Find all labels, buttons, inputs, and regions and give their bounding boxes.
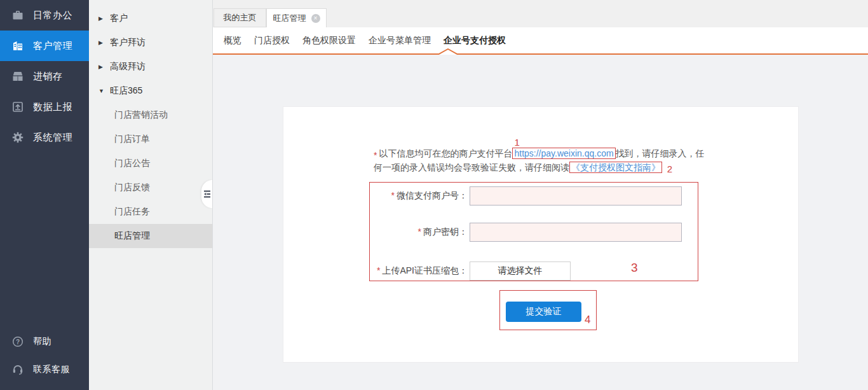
subtab-bar: 概览 门店授权 角色权限设置 企业号菜单管理 企业号支付授权 — [213, 27, 868, 53]
tab-bar: 我的主页 旺店管理 × — [213, 0, 868, 27]
notice-text: *以下信息均可在您的商户支付平台https://pay.weixin.qq.co… — [374, 146, 720, 174]
sidebar-bottom-group: ? 帮助 联系客服 — [0, 328, 89, 384]
submit-verify-button[interactable]: 提交验证 — [506, 302, 581, 322]
headset-icon — [11, 363, 25, 376]
submenu-item-store-marketing[interactable]: 门店营销活动 — [89, 103, 212, 127]
submenu-item-store-announcements[interactable]: 门店公告 — [89, 151, 212, 176]
close-tab-icon[interactable]: × — [311, 14, 320, 23]
sidebar-item-contact-support[interactable]: 联系客服 — [0, 356, 89, 384]
tab-my-home[interactable]: 我的主页 — [214, 8, 266, 27]
content-card: *以下信息均可在您的商户支付平台https://pay.weixin.qq.co… — [283, 106, 799, 363]
tab-wangdian-management[interactable]: 旺店管理 × — [266, 8, 327, 28]
required-mark: * — [418, 226, 421, 237]
payment-guide-link[interactable]: 《支付授权图文指南》2 — [569, 162, 662, 173]
sidebar-item-daily-office[interactable]: 日常办公 — [0, 0, 89, 31]
submenu-group-customer[interactable]: ▶ 客户 — [89, 6, 212, 31]
merchant-id-input[interactable] — [470, 186, 682, 205]
sidebar-item-customer-management[interactable]: 客户管理 — [0, 31, 89, 61]
subtab-role-permissions[interactable]: 角色权限设置 — [302, 35, 356, 46]
subtab-store-authorization[interactable]: 门店授权 — [254, 35, 290, 46]
collapse-menu-icon — [204, 190, 210, 198]
active-subtab-underline — [213, 53, 868, 55]
sidebar-item-help[interactable]: ? 帮助 — [0, 328, 89, 356]
main-area: 我的主页 旺店管理 × 概览 门店授权 角色权限设置 企业号菜单管理 企业号支付… — [213, 0, 868, 390]
secondary-sidebar: ▶ 客户 ▶ 客户拜访 ▶ 高级拜访 ▼ 旺店365 门店营销活动 门店订单 门… — [89, 0, 213, 390]
svg-text:?: ? — [16, 338, 20, 345]
required-mark: * — [377, 265, 380, 275]
help-icon: ? — [11, 335, 25, 348]
subtab-enterprise-payment-authorization[interactable]: 企业号支付授权 — [444, 35, 506, 46]
submenu-group-advanced-visit[interactable]: ▶ 高级拜访 — [89, 55, 212, 79]
sidebar-item-label: 系统管理 — [33, 132, 72, 144]
annotation-label-4: 4 — [585, 314, 590, 326]
annotation-label-2: 2 — [667, 162, 672, 176]
sidebar-item-label: 客户管理 — [33, 40, 72, 52]
required-mark: * — [374, 150, 377, 160]
chevron-right-icon: ▶ — [98, 39, 106, 46]
active-subtab-caret-icon — [438, 48, 458, 55]
subtab-enterprise-menu-management[interactable]: 企业号菜单管理 — [369, 35, 431, 46]
subtab-overview[interactable]: 概览 — [224, 35, 241, 46]
sidebar-item-label: 帮助 — [33, 336, 51, 347]
merchant-key-input[interactable] — [470, 223, 682, 242]
merchant-id-label: *微信支付商户号： — [283, 190, 468, 202]
submenu-item-wangdian-management[interactable]: 旺店管理 — [89, 224, 212, 248]
sidebar-item-data-report[interactable]: 数据上报 — [0, 92, 89, 122]
submenu-group-customer-visit[interactable]: ▶ 客户拜访 — [89, 31, 212, 55]
submenu-item-store-tasks[interactable]: 门店任务 — [89, 200, 212, 224]
buildings-icon — [11, 39, 25, 52]
inventory-boxes-icon — [11, 70, 25, 83]
sidebar-item-inventory[interactable]: 进销存 — [0, 61, 89, 92]
chevron-down-icon: ▼ — [98, 88, 106, 94]
annotation-label-1: 1 — [514, 136, 519, 150]
briefcase-icon — [11, 9, 25, 22]
choose-file-button[interactable]: 请选择文件 — [470, 261, 571, 281]
sidebar-item-label: 联系客服 — [33, 364, 70, 375]
sidebar-item-label: 进销存 — [33, 71, 63, 83]
merchant-key-label: *商户密钥： — [283, 226, 468, 238]
app-window: 日常办公 客户管理 进销存 数据上报 系统管理 — [0, 0, 868, 390]
chevron-right-icon: ▶ — [98, 15, 106, 22]
pay-platform-link[interactable]: https://pay.weixin.qq.com1 — [512, 148, 615, 159]
sidebar-item-label: 数据上报 — [33, 101, 72, 113]
required-mark: * — [391, 190, 395, 200]
sidebar-item-system-management[interactable]: 系统管理 — [0, 122, 89, 153]
api-certificate-label: *上传API证书压缩包： — [283, 265, 468, 277]
form-row-merchant-key: *商户密钥： — [283, 223, 703, 242]
upload-icon — [11, 101, 25, 113]
annotation-label-3: 3 — [631, 261, 638, 275]
form-row-merchant-id: *微信支付商户号： — [283, 186, 703, 205]
sidebar-item-label: 日常办公 — [33, 10, 72, 22]
primary-sidebar: 日常办公 客户管理 进销存 数据上报 系统管理 — [0, 0, 89, 390]
sidebar-collapse-handle[interactable] — [201, 180, 212, 208]
chevron-right-icon: ▶ — [98, 64, 106, 70]
submenu-item-store-orders[interactable]: 门店订单 — [89, 127, 212, 151]
form-row-api-certificate: *上传API证书压缩包： 请选择文件 — [283, 261, 703, 281]
gear-icon — [11, 131, 25, 144]
submenu-group-wangdian365[interactable]: ▼ 旺店365 — [89, 79, 212, 103]
submenu-item-store-feedback[interactable]: 门店反馈 — [89, 176, 212, 200]
